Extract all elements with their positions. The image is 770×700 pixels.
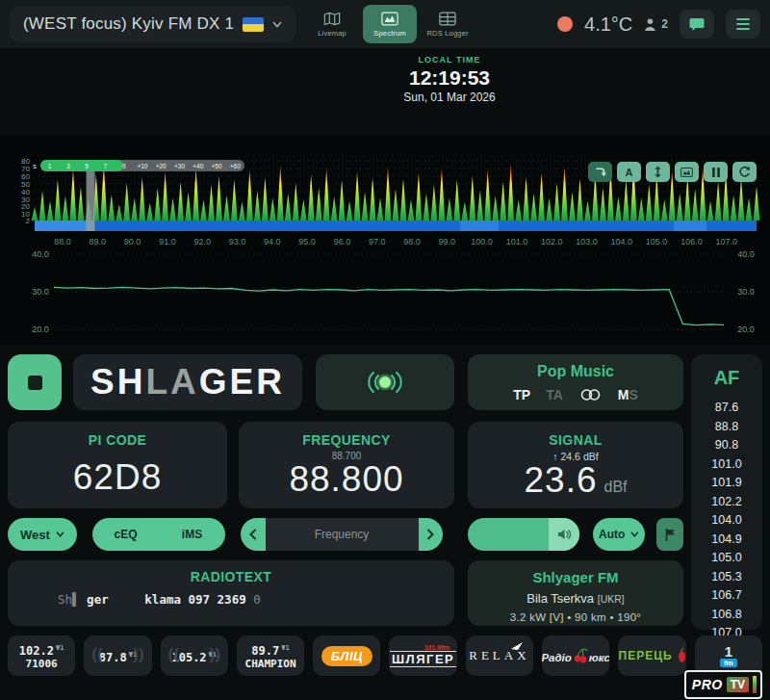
eq-ims-toggle: cEQ iMS — [92, 518, 225, 551]
preset-row: 102.2Ψ171006(())87.8Ψ1(())105.2Ψ189.7Ψ1C… — [8, 635, 762, 676]
listener-count: 2 — [644, 17, 668, 32]
slider-tick: +10 — [133, 163, 151, 169]
af-frequency[interactable]: 88.8 — [691, 418, 762, 437]
station-info-panel: Shlyager FM Bila Tserkva [UKR] 3.2 kW [V… — [468, 560, 683, 626]
pi-code-panel: PI CODE 62D8 — [8, 422, 227, 508]
ukraine-flag-icon — [243, 17, 264, 32]
chevron-down-icon — [56, 531, 64, 537]
nav-spectrum[interactable]: Spectrum — [363, 5, 417, 43]
radiotext-content: Sh▌ ger klama 097 2369 0 — [58, 592, 454, 607]
auto-scale-button[interactable]: A — [617, 162, 641, 182]
preset-lux[interactable]: Радіоюкс — [542, 635, 609, 676]
ps-name: SHLAGER — [90, 362, 285, 402]
stereo-panel — [316, 354, 454, 410]
chat-button[interactable] — [680, 10, 714, 39]
antenna-select[interactable]: West — [8, 518, 77, 551]
speaker-icon — [557, 529, 572, 540]
volume-slider[interactable] — [468, 518, 579, 551]
spectrum-scale-slider[interactable]: s 13579+10+20+30+40+50+60 — [33, 160, 244, 171]
frequency-stepper — [241, 518, 443, 551]
slider-tick: +60 — [226, 163, 244, 169]
stereo-broadcast-icon — [354, 368, 416, 397]
mode-select[interactable]: Auto — [593, 518, 645, 551]
pepper-icon — [677, 648, 686, 663]
slider-tick: 9 — [115, 163, 133, 169]
slider-tick: 1 — [40, 163, 59, 169]
report-flag-button[interactable] — [656, 518, 683, 551]
slider-track[interactable]: 13579+10+20+30+40+50+60 — [40, 160, 244, 171]
signal-value: 23.6dBf — [524, 462, 627, 500]
af-frequency[interactable]: 105.3 — [691, 568, 762, 587]
af-frequency[interactable]: 104.9 — [691, 531, 762, 550]
preset-relax[interactable]: RELAX — [466, 635, 533, 676]
preset-105.2[interactable]: (())105.2Ψ1 — [161, 635, 228, 676]
pause-button[interactable] — [704, 162, 728, 182]
af-frequency[interactable]: 102.2 — [691, 493, 762, 512]
rds-flags: TP TA MS — [468, 387, 683, 402]
chevron-down-icon — [272, 21, 282, 28]
menu-button[interactable] — [726, 10, 760, 39]
svg-text:20.0: 20.0 — [737, 324, 755, 334]
af-frequency[interactable]: 106.7 — [691, 586, 762, 606]
chart-icon — [680, 167, 693, 178]
chevron-left-icon — [249, 529, 257, 540]
audio-play-stop-button[interactable] — [8, 354, 62, 410]
antenna-icon: Ψ1 — [281, 644, 289, 652]
graph-style-button[interactable] — [675, 162, 699, 182]
ims-button[interactable]: iMS — [159, 528, 225, 541]
frequency-input[interactable] — [266, 518, 419, 551]
tp-flag: TP — [513, 387, 530, 402]
preset-perets[interactable]: ПЕРЕЦЬ — [618, 635, 685, 676]
preset-102.2[interactable]: 102.2Ψ171006 — [8, 635, 75, 676]
arrow-turn-down-icon — [594, 166, 606, 178]
volume-thumb[interactable] — [549, 518, 579, 551]
preset-89.7[interactable]: 89.7Ψ1CHAMPION — [237, 635, 304, 676]
nav-livemap[interactable]: Livemap — [305, 5, 359, 43]
flag-icon — [664, 528, 677, 542]
protv-logo: PRO TV — [684, 670, 762, 699]
nav-rds-logger[interactable]: RDS Logger — [421, 5, 475, 43]
clock-time: 12:19:53 — [372, 66, 526, 90]
frequency-value: 88.800 — [289, 461, 403, 499]
stereo-circles-icon — [578, 388, 603, 402]
local-clock: LOCAL TIME 12:19:53 Sun, 01 Mar 2026 — [372, 55, 526, 104]
preset-87.8[interactable]: (())87.8Ψ1 — [84, 635, 151, 676]
table-grid-icon — [439, 12, 456, 26]
broadcast-waves-icon: )) — [133, 645, 143, 664]
slider-tick: 3 — [59, 163, 77, 169]
af-panel: AF 87.688.890.8101.0101.9102.2104.0104.9… — [691, 354, 762, 630]
af-frequency[interactable]: 105.0 — [691, 549, 762, 568]
station-name: Shlyager FM — [468, 569, 683, 585]
radiotext-title: RADIOTEXT — [8, 569, 454, 584]
af-frequency[interactable]: 101.0 — [691, 455, 762, 475]
refresh-button[interactable] — [732, 162, 757, 182]
server-title-selector[interactable]: (WEST focus) Kyiv FM DX 1 — [10, 6, 295, 42]
signal-title: SIGNAL — [549, 432, 602, 448]
station-details: 3.2 kW [V] • 90 km • 190° — [468, 611, 683, 623]
frequency-up-button[interactable] — [419, 518, 444, 551]
radiotext-panel: RADIOTEXT Sh▌ ger klama 097 2369 0 — [8, 560, 454, 626]
af-frequency[interactable]: 87.6 — [691, 399, 762, 418]
slider-tick: +20 — [152, 163, 170, 169]
user-icon — [644, 17, 658, 32]
vertical-zoom-button[interactable] — [646, 162, 670, 182]
af-list: 87.688.890.8101.0101.9102.2104.0104.9105… — [691, 399, 762, 643]
af-frequency[interactable]: 90.8 — [691, 436, 762, 455]
frequency-down-button[interactable] — [241, 518, 266, 551]
af-frequency[interactable]: 106.8 — [691, 606, 762, 625]
temperature: 4.1°C — [584, 13, 632, 36]
af-frequency[interactable]: 101.9 — [691, 474, 762, 493]
af-frequency[interactable]: 104.0 — [691, 511, 762, 531]
signal-panel: SIGNAL ↑ 24.6 dBf 23.6dBf — [468, 422, 683, 508]
af-title: AF — [691, 367, 762, 389]
ceq-button[interactable]: cEQ — [92, 528, 159, 541]
hamburger-icon — [736, 18, 750, 30]
preset-blitz[interactable]: БЛІЦ — [313, 635, 380, 676]
top-nav: Livemap Spectrum RDS Logger — [305, 5, 475, 43]
refresh-icon — [738, 166, 751, 178]
preset-shlyager[interactable]: 101.9fmШЛЯГЕР — [389, 635, 456, 676]
stop-icon — [28, 376, 42, 390]
svg-text:30.0: 30.0 — [32, 287, 49, 297]
station-location: Bila Tserkva [UKR] — [468, 591, 683, 606]
follow-tuning-button[interactable] — [588, 162, 612, 182]
